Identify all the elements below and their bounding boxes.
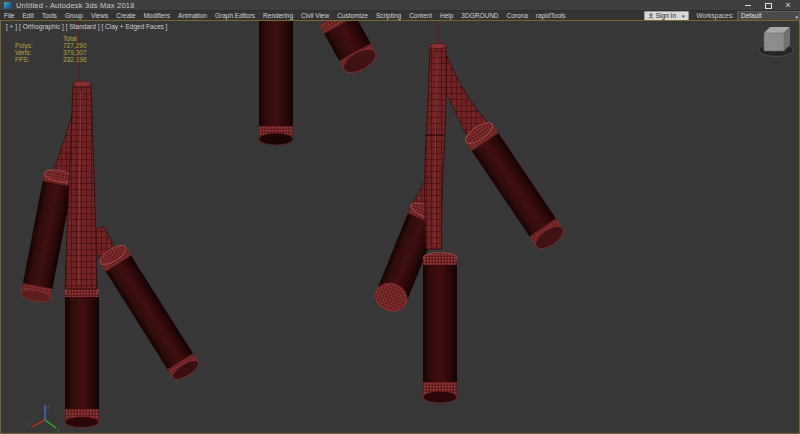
sign-in-label: Sign In: [656, 12, 676, 19]
workspaces-value: Default: [741, 12, 762, 19]
stats-row-value: 232.196: [63, 56, 87, 63]
stats-row-value: 727,290: [63, 42, 87, 49]
stats-row-label: Polys:: [15, 42, 63, 49]
stats-row-fps: FPS: 232.196: [15, 56, 87, 63]
menu-item-graph-editors[interactable]: Graph Editors: [211, 11, 259, 20]
viewcube[interactable]: [759, 27, 794, 57]
close-icon: ×: [785, 1, 790, 10]
title-bar: Untitled - Autodesk 3ds Max 2018 ×: [0, 0, 800, 11]
restore-button[interactable]: [758, 0, 778, 11]
viewport-label-segment-point-of-view[interactable]: [ Orthographic ]: [19, 23, 64, 30]
handle-cylinder: [423, 253, 457, 404]
window-controls: ×: [738, 0, 798, 11]
axis-x: [32, 420, 45, 427]
svg-text:y: y: [57, 427, 60, 433]
viewport-label-segment-render-standard[interactable]: [ Standard ]: [66, 23, 100, 30]
menu-item-scripting[interactable]: Scripting: [372, 11, 405, 20]
stats-rows: Polys: 727,290 Verts: 379,307 FPS: 232.1…: [15, 42, 87, 63]
user-icon: [648, 13, 654, 19]
menu-item-corona[interactable]: Corona: [503, 11, 532, 20]
stats-row-verts: Verts: 379,307: [15, 49, 87, 56]
menu-item-group[interactable]: Group: [61, 11, 87, 20]
menu-item-3dground[interactable]: 3DGROUND: [457, 11, 502, 20]
svg-text:z: z: [47, 404, 50, 410]
menu-item-civil-view[interactable]: Civil View: [297, 11, 333, 20]
axis-y: [45, 420, 56, 428]
app-icon[interactable]: [4, 2, 11, 9]
workspaces-label: Workspaces:: [697, 12, 734, 19]
world-axis-gizmo: z x y: [27, 404, 60, 433]
stats-row-value: 379,307: [63, 49, 87, 56]
stats-header-row: Total: [15, 35, 87, 42]
menu-item-rapidtools[interactable]: rapidTools: [532, 11, 570, 20]
viewport-label-segment-general-menu[interactable]: [ + ]: [6, 23, 17, 30]
tree-object-right[interactable]: [371, 21, 567, 403]
tree-object-left[interactable]: [20, 21, 202, 428]
sign-in-caret-icon: ▾: [682, 13, 685, 19]
menu-item-content[interactable]: Content: [405, 11, 436, 20]
window-title: Untitled - Autodesk 3ds Max 2018: [16, 0, 135, 11]
workspaces-dropdown[interactable]: Default ▾: [737, 11, 800, 21]
stats-row-label: FPS:: [15, 56, 63, 63]
3ds-max-window: { "window": { "title": "Untitled - Autod…: [0, 0, 800, 434]
viewport-orthographic[interactable]: [ + ][ Orthographic ][ Standard ][ Clay …: [0, 20, 800, 434]
menu-item-views[interactable]: Views: [87, 11, 112, 20]
menu-item-edit[interactable]: Edit: [18, 11, 37, 20]
menu-items: FileEditToolsGroupViewsCreateModifiersAn…: [0, 11, 570, 20]
viewcube-front-face[interactable]: [764, 33, 784, 51]
menu-item-help[interactable]: Help: [436, 11, 457, 20]
menu-item-customize[interactable]: Customize: [333, 11, 372, 20]
menu-item-file[interactable]: File: [0, 11, 18, 20]
close-button[interactable]: ×: [778, 0, 798, 11]
statistics-overlay: Total Polys: 727,290 Verts: 379,307 FPS:…: [15, 35, 87, 63]
branch-cylinder: [97, 242, 201, 383]
cylinder-top-vertical[interactable]: [259, 21, 293, 145]
menu-item-animation[interactable]: Animation: [174, 11, 211, 20]
sign-in-button[interactable]: Sign In ▾: [644, 11, 689, 21]
stats-total-header: Total: [63, 35, 77, 42]
stats-row-polys: Polys: 727,290: [15, 42, 87, 49]
menu-item-rendering[interactable]: Rendering: [259, 11, 297, 20]
minimize-button[interactable]: [738, 0, 758, 11]
svg-text:x: x: [27, 421, 30, 427]
menu-bar: FileEditToolsGroupViewsCreateModifiersAn…: [0, 11, 800, 20]
viewport-label-segment-shading-mode[interactable]: [ Clay + Edged Faces ]: [101, 23, 167, 30]
handle-cylinder: [65, 286, 99, 428]
branch-cylinder: [462, 119, 567, 253]
menu-item-create[interactable]: Create: [112, 11, 140, 20]
stats-row-label: Verts:: [15, 49, 63, 56]
menu-item-modifiers[interactable]: Modifiers: [140, 11, 174, 20]
restore-icon: [765, 3, 772, 9]
menu-item-tools[interactable]: Tools: [38, 11, 61, 20]
minimize-icon: [745, 5, 751, 6]
viewport-label: [ + ][ Orthographic ][ Standard ][ Clay …: [6, 23, 169, 30]
cylinder-top-tilted[interactable]: [319, 21, 380, 77]
viewport-3d-scene[interactable]: z x y: [1, 21, 799, 433]
